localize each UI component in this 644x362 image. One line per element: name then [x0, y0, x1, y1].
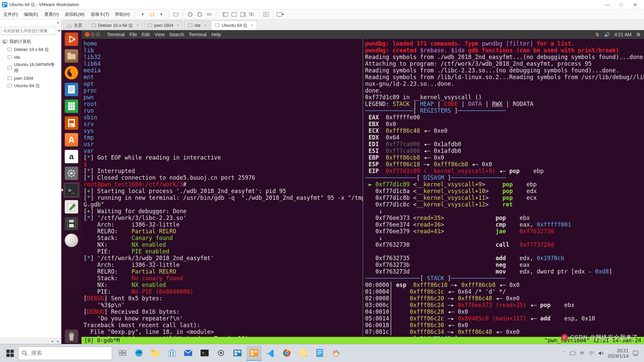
app-misc[interactable] — [230, 346, 245, 361]
svg-rect-49 — [69, 126, 72, 126]
tray-onedrive-icon[interactable] — [569, 351, 576, 356]
unity-button[interactable]: ▾ — [277, 11, 284, 18]
snapshot-button[interactable] — [186, 11, 194, 18]
app-terminal[interactable]: >_ — [197, 346, 212, 361]
terminal-left-pane[interactable]: homeliblib32lib64mediamntoptprocpwnrootr… — [82, 39, 363, 344]
expand-icon[interactable]: ⊟ — [2, 40, 5, 44]
viewmode-4[interactable] — [248, 11, 255, 18]
tray-expand-icon[interactable]: ˆ — [564, 351, 565, 356]
notification-icon[interactable] — [633, 350, 639, 356]
viewmode-1[interactable] — [222, 11, 229, 18]
max-dot[interactable] — [96, 32, 100, 37]
tree-item[interactable]: Ubuntu 16.04PWN专用 — [1, 61, 60, 75]
library-search-input[interactable] — [1, 27, 56, 35]
min-dot[interactable] — [90, 32, 95, 37]
viewmode-3[interactable] — [239, 11, 247, 18]
tree-item[interactable]: pwn-1604 — [1, 75, 60, 82]
launcher-terminal[interactable]: >_ — [63, 182, 79, 198]
taskbar-clock[interactable]: 20:21 2024/1/14 — [608, 348, 629, 359]
pause-button[interactable]: | | — [148, 11, 156, 18]
launcher-amazon[interactable]: a — [63, 149, 79, 164]
menu-view[interactable]: 查看(V) — [42, 10, 61, 19]
menu-help[interactable]: 帮助(H) — [113, 10, 132, 19]
sidebar-scrollbar[interactable]: ◂ ▸ — [0, 338, 61, 344]
sidebar-close-icon[interactable]: × — [57, 20, 60, 25]
app-chrome[interactable] — [279, 346, 294, 361]
app-edge[interactable] — [131, 346, 147, 361]
network-icon[interactable]: ⇅ — [595, 32, 599, 37]
launcher-software[interactable]: A — [63, 132, 79, 147]
menu-file[interactable]: 文件(F) — [1, 10, 20, 19]
launcher-dvd[interactable] — [63, 233, 79, 248]
sound-icon[interactable]: 🔊 — [604, 32, 610, 37]
app-mail[interactable] — [180, 346, 196, 361]
menu-help[interactable]: Help — [211, 32, 221, 37]
launcher-files[interactable] — [63, 48, 79, 64]
taskbar-search[interactable]: 搜索 — [18, 347, 112, 360]
tab-home[interactable]: 主页 — [63, 20, 86, 30]
tab-close-icon[interactable]: × — [177, 23, 179, 28]
tray-wifi-icon[interactable] — [588, 351, 594, 356]
app-settings[interactable] — [213, 346, 229, 361]
scroll-left-icon[interactable]: ◂ — [49, 339, 55, 344]
launcher-editor[interactable] — [63, 199, 79, 215]
revert-button[interactable] — [196, 11, 203, 18]
terminal-right-pane[interactable]: pwndbg: loaded 171 commands. Type pwndbg… — [363, 39, 644, 344]
viewmode-2[interactable] — [230, 11, 238, 18]
terminal-body[interactable]: homeliblib32lib64mediamntoptprocpwnrootr… — [82, 39, 644, 344]
send-key-button[interactable] — [172, 11, 179, 18]
tab-close-icon[interactable]: × — [251, 23, 254, 28]
fullscreen-button[interactable] — [262, 11, 270, 18]
app-vscode[interactable] — [263, 346, 278, 361]
app-explorer[interactable] — [148, 346, 163, 361]
tray-input-icon[interactable]: 中 — [580, 350, 584, 356]
menu-vm[interactable]: 虚拟机(M) — [63, 10, 87, 19]
launcher-save[interactable] — [63, 216, 79, 231]
menu-terminal[interactable]: Terminal — [189, 32, 207, 37]
menu-file[interactable]: File — [129, 32, 137, 37]
tree-item[interactable]: Ubuntu 64 位 — [1, 82, 60, 90]
tab-vm-active[interactable]: Ubuntu 64 位× — [211, 20, 257, 30]
menu-tabs[interactable]: 选项卡(T) — [89, 10, 111, 19]
tab-close-icon[interactable]: × — [136, 23, 139, 28]
scroll-right-icon[interactable]: ▸ — [55, 339, 61, 344]
launcher-settings[interactable] — [63, 166, 79, 181]
launcher-firefox[interactable] — [63, 65, 79, 80]
maximize-button[interactable]: □ — [614, 1, 628, 9]
tab-vm[interactable]: ida× — [184, 20, 210, 30]
app-paint[interactable] — [328, 346, 344, 361]
launcher-calc[interactable] — [63, 99, 79, 114]
close-button[interactable]: ✕ — [629, 1, 642, 9]
tab-close-icon[interactable]: × — [204, 23, 207, 28]
tree-root[interactable]: ⊟ 我的计算机 — [1, 38, 60, 46]
tree-item[interactable]: ida — [1, 54, 60, 61]
vm-screen[interactable]: A a >_ Terminal File Edit — [61, 30, 644, 344]
tab-vm[interactable]: Debian 10.x 64 位× — [88, 20, 143, 30]
clock[interactable]: 4:21 AM — [614, 32, 632, 37]
menu-edit[interactable]: 编辑(E) — [22, 10, 40, 19]
minimize-button[interactable]: — — [600, 1, 614, 9]
app-vmware[interactable] — [246, 346, 262, 361]
files-icon — [65, 49, 78, 63]
suspend-button[interactable]: ▾ — [158, 11, 165, 18]
start-button[interactable] — [2, 346, 18, 361]
task-view[interactable] — [115, 346, 130, 361]
tab-vm[interactable]: pwn-1604× — [144, 20, 183, 30]
launcher-trash[interactable] — [63, 328, 79, 344]
launcher-writer[interactable] — [63, 82, 79, 97]
app-notes[interactable] — [312, 346, 327, 361]
app-store[interactable] — [164, 346, 179, 361]
session-icon[interactable]: ⚙ — [636, 32, 641, 37]
tray-sound-icon[interactable] — [598, 351, 604, 356]
menu-edit[interactable]: Edit — [142, 32, 150, 37]
app-sticky[interactable] — [296, 346, 311, 361]
launcher-dash[interactable] — [63, 32, 79, 47]
manage-snapshot-button[interactable] — [205, 11, 213, 18]
launcher-impress[interactable] — [63, 115, 79, 131]
tree-item[interactable]: Debian 10.x 64 位 — [1, 46, 60, 54]
power-dropdown[interactable]: ▾ — [139, 11, 146, 18]
menu-view[interactable]: View — [155, 32, 165, 37]
close-dot[interactable] — [85, 32, 90, 37]
search-dropdown-icon[interactable]: ▾ — [57, 26, 61, 35]
menu-search[interactable]: Search — [169, 32, 184, 37]
